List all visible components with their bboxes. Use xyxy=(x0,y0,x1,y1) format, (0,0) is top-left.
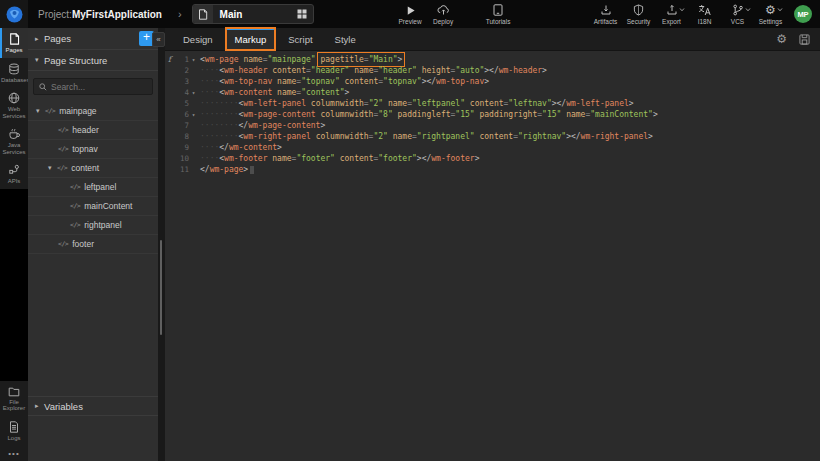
logs-label: Logs xyxy=(1,435,27,442)
download-icon xyxy=(600,4,612,17)
log-file-icon xyxy=(9,421,19,433)
gear-icon[interactable]: ⚙ xyxy=(776,33,787,45)
deploy-label: Deploy xyxy=(433,18,453,25)
left-nav-strip: Pages Databases Web Services Java Servic… xyxy=(0,28,28,461)
apis-label: APIs xyxy=(1,178,27,185)
line-number: 10 xyxy=(174,154,189,163)
security-button[interactable]: Security xyxy=(622,4,655,25)
sidebar-item-apis[interactable]: APIs xyxy=(0,159,28,189)
play-icon xyxy=(405,4,416,17)
i18n-label: I18N xyxy=(698,18,712,25)
translate-icon xyxy=(698,4,711,17)
wavemaker-logo-icon xyxy=(6,6,23,23)
code-line-1[interactable]: f1▾<wm-page name="mainpage" pagetitle="M… xyxy=(165,54,820,65)
code-line-8[interactable]: 8········<wm-right-panel columnwidth="2"… xyxy=(165,131,820,142)
tree-item-header[interactable]: </>header xyxy=(28,121,158,140)
database-icon xyxy=(8,63,20,75)
preview-button[interactable]: Preview xyxy=(394,4,427,25)
markup-code-editor[interactable]: f1▾<wm-page name="mainpage" pagetitle="M… xyxy=(165,51,820,175)
page-structure-title: Page Structure xyxy=(44,55,107,66)
code-line-2[interactable]: 2····<wm-header content="header" name="h… xyxy=(165,65,820,76)
editor-area: Design Markup Script Style ⚙ f1▾<wm-page… xyxy=(165,28,820,461)
project-name: MyFirstApplication xyxy=(72,9,162,20)
pages-icon xyxy=(9,33,20,45)
user-avatar[interactable]: MP xyxy=(794,5,812,23)
plug-icon xyxy=(8,164,20,176)
sidebar-item-web-services[interactable]: Web Services xyxy=(0,87,28,123)
sidebar-item-java-services[interactable]: Java Services xyxy=(0,123,28,159)
sidebar-item-databases[interactable]: Databases xyxy=(0,58,28,88)
grid-icon[interactable] xyxy=(297,9,307,19)
i18n-button[interactable]: I18N xyxy=(688,4,721,25)
project-breadcrumb: Project:MyFirstApplication xyxy=(38,9,162,20)
toolbar-right-actions: Artifacts Security Export I18N xyxy=(589,4,820,25)
tree-item-leftpanel[interactable]: </>leftpanel xyxy=(28,178,158,197)
globe-icon xyxy=(8,92,20,104)
line-number: 7 xyxy=(174,121,189,130)
code-line-3[interactable]: 3····<wm-top-nav name="topnav" content="… xyxy=(165,76,820,87)
more-options-icon[interactable]: ••• xyxy=(0,445,28,461)
code-text: ····</wm-content> xyxy=(200,143,282,152)
sidebar-item-logs[interactable]: Logs xyxy=(0,416,28,446)
export-button[interactable]: Export xyxy=(655,4,688,25)
tree-item-label: rightpanel xyxy=(84,220,121,230)
panel-divider[interactable]: « xyxy=(158,28,165,461)
code-line-5[interactable]: 5········<wm-left-panel columnwidth="2" … xyxy=(165,98,820,109)
tree-item-label: content xyxy=(71,163,99,173)
sidebar-item-pages[interactable]: Pages xyxy=(0,28,28,58)
deploy-button[interactable]: Deploy xyxy=(427,4,460,25)
widget-code-icon: </> xyxy=(70,183,80,191)
fold-caret-icon[interactable]: ▾ xyxy=(189,56,198,63)
widget-code-icon: </> xyxy=(45,107,55,115)
widget-code-icon: </> xyxy=(58,240,68,248)
tutorials-button[interactable]: Tutorials xyxy=(482,4,515,25)
divider-scrollbar[interactable] xyxy=(160,240,162,335)
search-input[interactable]: Search... xyxy=(33,78,153,95)
search-icon xyxy=(39,83,47,91)
caret-down-icon[interactable]: ▾ xyxy=(36,107,45,115)
widget-code-icon: </> xyxy=(70,221,80,229)
fold-caret-icon[interactable]: ▾ xyxy=(189,89,198,96)
code-line-9[interactable]: 9····</wm-content> xyxy=(165,142,820,153)
page-selector[interactable]: Main xyxy=(192,4,314,24)
code-line-10[interactable]: 10····<wm-footer name="footer" content="… xyxy=(165,153,820,164)
collapse-panel-button[interactable]: « xyxy=(152,32,165,47)
code-line-4[interactable]: 4▾····<wm-content name="content"> xyxy=(165,87,820,98)
sidebar-item-file-explorer[interactable]: File Explorer xyxy=(0,381,28,416)
coffee-icon xyxy=(8,128,21,140)
editor-tab-bar: Design Markup Script Style ⚙ xyxy=(165,28,820,51)
tree-item-footer[interactable]: </>footer xyxy=(28,235,158,254)
widget-code-icon: </> xyxy=(58,126,68,134)
settings-button[interactable]: ⚙ Settings xyxy=(754,4,787,25)
widget-code-icon: </> xyxy=(58,145,68,153)
caret-down-icon[interactable]: ▾ xyxy=(48,164,57,172)
tree-item-label: mainpage xyxy=(59,106,96,116)
tree-item-mainContent[interactable]: </>mainContent xyxy=(28,197,158,216)
code-line-11[interactable]: 11</wm-page> xyxy=(165,164,820,175)
top-bar: Project:MyFirstApplication › Main Previe… xyxy=(0,0,820,28)
code-text: ····<wm-header content="header" name="he… xyxy=(200,66,547,75)
variables-header[interactable]: ▸ Variables xyxy=(28,396,158,416)
tree-item-rightpanel[interactable]: </>rightpanel xyxy=(28,216,158,235)
pages-panel-header[interactable]: ▸ Pages + xyxy=(28,28,158,50)
tab-style[interactable]: Style xyxy=(326,28,365,50)
tab-design[interactable]: Design xyxy=(174,28,222,50)
tab-script[interactable]: Script xyxy=(279,28,321,50)
page-structure-header[interactable]: ▾ Page Structure xyxy=(28,50,158,71)
caret-right-icon: ▸ xyxy=(35,402,44,410)
wavemaker-logo[interactable] xyxy=(0,0,28,28)
artifacts-button[interactable]: Artifacts xyxy=(589,4,622,25)
tab-markup[interactable]: Markup xyxy=(226,28,276,50)
tree-item-content[interactable]: ▾</>content xyxy=(28,159,158,178)
tree-item-mainpage[interactable]: ▾</>mainpage xyxy=(28,102,158,121)
pages-label: Pages xyxy=(1,47,27,54)
vcs-button[interactable]: VCS xyxy=(721,4,754,25)
save-icon[interactable] xyxy=(799,34,810,45)
code-line-7[interactable]: 7········</wm-page-content> xyxy=(165,120,820,131)
code-line-6[interactable]: 6▾········<wm-page-content columnwidth="… xyxy=(165,109,820,120)
preview-label: Preview xyxy=(399,18,422,25)
fold-caret-icon[interactable]: ▾ xyxy=(189,111,198,118)
code-text: <wm-page name="mainpage" pagetitle="Main… xyxy=(200,55,402,64)
chevron-down-icon xyxy=(679,8,685,12)
tree-item-topnav[interactable]: </>topnav xyxy=(28,140,158,159)
